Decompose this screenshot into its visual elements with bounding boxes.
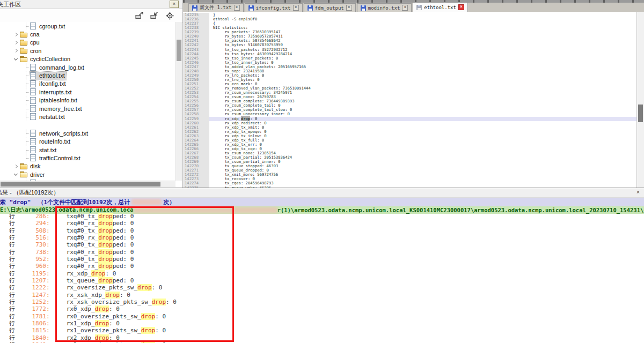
tree-item-body[interactable]: command_log.txt: [30, 63, 86, 71]
search-result-row[interactable]: 行 1772 : rx0_xdp_drop: 0: [0, 305, 644, 312]
tab-close-icon[interactable]: ×: [402, 5, 408, 11]
tree-item[interactable]: ifconfig.txt: [0, 80, 175, 88]
editor-tab[interactable]: ifconfig.txt ×: [245, 3, 303, 12]
search-result-row[interactable]: 行 294 : rxq#0_rx_dropped: 0: [0, 220, 644, 227]
tree-item[interactable]: trafficControl.txt: [0, 154, 175, 162]
editor-vertical-scrollbar[interactable]: [636, 12, 644, 188]
result-line-text: rxq#0_rx_dropped: 0: [67, 220, 134, 227]
tree-item-label: driver: [30, 172, 45, 178]
search-summary-suffix: 次）: [163, 198, 175, 206]
editor-tab[interactable]: modinfo.txt ×: [357, 3, 412, 12]
tab-close-icon[interactable]: ×: [458, 4, 464, 10]
search-result-row[interactable]: 行 286 : txq#0_tx_dropped: 0: [0, 213, 644, 220]
result-line-prefix: 行: [0, 327, 15, 334]
search-result-row[interactable]: 行 960 : rxq#0_rx_dropped: 0: [0, 263, 644, 270]
tree-item-body[interactable]: routeInfo.txt: [30, 138, 72, 146]
search-result-row[interactable]: 行 1815 : rx1_oversize_pkts_sw_drop: 0: [0, 327, 644, 334]
search-result-row[interactable]: 行 508 : txq#0_tx_dropped: 0: [0, 227, 644, 234]
tree-item[interactable]: interrupts.txt: [0, 88, 175, 96]
tree-item-body[interactable]: stat.txt: [30, 146, 58, 154]
search-result-row[interactable]: 行 1222 : rx_oversize_pkts_sw_drop: 0: [0, 284, 644, 291]
tree-item[interactable]: cna: [0, 30, 175, 38]
search-result-row[interactable]: 行 1195 : rx_xdp_drop: 0: [0, 270, 644, 277]
tree-item-body[interactable]: cgroup.txt: [30, 22, 67, 30]
editor-tab[interactable]: fdm_output ×: [304, 3, 356, 12]
tree-item[interactable]: command_log.txt: [0, 63, 175, 71]
search-result-row[interactable]: 行 1806 : rx1_xdp_drop: 0: [0, 320, 644, 327]
line-text: tx_nop: 232419588: [209, 69, 637, 73]
editor-tab[interactable]: 新文件 1.txt ×: [188, 3, 244, 12]
tab-label: 新文件 1.txt: [200, 4, 232, 11]
tree-item-body[interactable]: cpu: [20, 39, 41, 46]
search-result-row[interactable]: 行 952 : txq#0_tx_dropped: 0: [0, 256, 644, 263]
locate-current-file-icon[interactable]: [165, 12, 174, 19]
tree-item-body[interactable]: trafficControl.txt: [30, 154, 82, 162]
tree-item[interactable]: memory_free.txt: [0, 105, 175, 113]
result-line-number-colon: :: [46, 234, 50, 241]
line-text: tx_added_vlan_packets: 205165957165: [209, 65, 637, 69]
tree-item[interactable]: disk: [0, 162, 175, 170]
tree-item[interactable]: cyclicCollection: [0, 55, 175, 63]
collapse-all-icon[interactable]: [150, 12, 159, 19]
tree-item[interactable]: routeInfo.txt: [0, 137, 175, 145]
tree-item[interactable]: driver: [0, 170, 175, 178]
editor-line[interactable]: 142236 ethtool -S enp1s0f0: [183, 17, 637, 21]
tree-item-body[interactable]: memory_free.txt: [30, 105, 83, 113]
tab-close-icon[interactable]: ×: [234, 5, 240, 11]
tree-horizontal-scrollbar[interactable]: [0, 181, 175, 187]
tree-hscroll-thumb[interactable]: [1, 182, 160, 187]
editor-tab[interactable]: ethtool.txt ×: [413, 2, 468, 12]
tree-item[interactable]: cpu: [0, 39, 175, 47]
tab-close-icon[interactable]: ×: [293, 5, 299, 11]
tree-item[interactable]: ethtool.txt: [0, 71, 175, 79]
tree-item-body[interactable]: cna: [20, 31, 41, 38]
expand-all-icon[interactable]: [135, 12, 144, 19]
tree-item-body[interactable]: iptablesInfo.txt: [30, 96, 79, 105]
editor-line[interactable]: 142237 {: [183, 21, 637, 26]
search-result-row[interactable]: 行 1247 : rx_xsk_xdp_drop: 0: [0, 292, 644, 299]
tree-vertical-scrollbar[interactable]: [175, 22, 182, 181]
file-icon: [30, 154, 36, 161]
tree-item[interactable]: cron: [0, 47, 175, 55]
editor-vscroll-thumb[interactable]: [638, 105, 643, 122]
tree-vscroll-thumb[interactable]: [177, 40, 181, 61]
tree-item-body[interactable]: netstat.txt: [30, 113, 67, 121]
folder-icon: [20, 56, 27, 62]
tree-expand-icon[interactable]: [12, 163, 20, 170]
tree-item-body[interactable]: disk: [20, 162, 42, 170]
search-result-row[interactable]: 行 1781 : rx0_oversize_pkts_sw_drop: 0: [0, 313, 644, 320]
search-result-row[interactable]: 行 1840 : rx2_xdp_drop: 0: [0, 334, 644, 341]
tree-item-body[interactable]: network_scripts.txt: [30, 129, 90, 137]
match-highlight: drop: [141, 327, 156, 334]
search-result-row[interactable]: 行 516 : rxq#0_rx_dropped: 0: [0, 234, 644, 241]
tree-item[interactable]: cgroup.txt: [0, 22, 175, 30]
search-result-row[interactable]: 行 1207 : tx_queue_dropped: 0: [0, 277, 644, 284]
search-summary-line[interactable]: 索 "drop" （1个文件中匹配到10192次，总计 次）: [0, 198, 644, 206]
workspace-close-button[interactable]: ×: [170, 1, 179, 8]
tree-expand-icon[interactable]: [12, 47, 20, 54]
result-line-number-colon: :: [46, 292, 50, 299]
tab-close-icon[interactable]: ×: [346, 5, 352, 11]
tree-expand-icon[interactable]: [12, 56, 20, 63]
match-highlight: drop: [98, 220, 113, 227]
line-text: tx_xmit_more: 569724756: [209, 173, 637, 177]
tree-item-body[interactable]: ethtool.txt: [30, 72, 67, 80]
line-text: {: [209, 21, 637, 26]
search-result-row[interactable]: 行 738 : rxq#0_rx_dropped: 0: [0, 249, 644, 256]
editor-text-view[interactable]: 142235 } 142236 ethtool -S enp1s0f0 1422…: [183, 12, 637, 188]
search-result-row[interactable]: 行 1252 : rx_xsk_oversize_pkts_sw_drop: 0: [0, 299, 644, 305]
tree-item-body[interactable]: driver: [20, 171, 47, 178]
tree-item[interactable]: network_scripts.txt: [0, 129, 175, 137]
tree-item-body[interactable]: interrupts.txt: [30, 88, 74, 96]
tree-expand-icon[interactable]: [12, 171, 20, 178]
tree-item[interactable]: netstat.txt: [0, 113, 175, 121]
tree-item-body[interactable]: cyclicCollection: [20, 55, 72, 63]
tree-item-body[interactable]: ifconfig.txt: [30, 80, 68, 88]
tree-expand-icon[interactable]: [12, 31, 20, 38]
tree-item[interactable]: stat.txt: [0, 146, 175, 154]
tree-item-body[interactable]: cron: [20, 47, 43, 55]
results-close-icon[interactable]: ×: [635, 189, 641, 196]
search-result-row[interactable]: 行 730 : txq#0_tx_dropped: 0: [0, 241, 644, 248]
tree-expand-icon[interactable]: [12, 39, 20, 46]
tree-item[interactable]: iptablesInfo.txt: [0, 96, 175, 105]
